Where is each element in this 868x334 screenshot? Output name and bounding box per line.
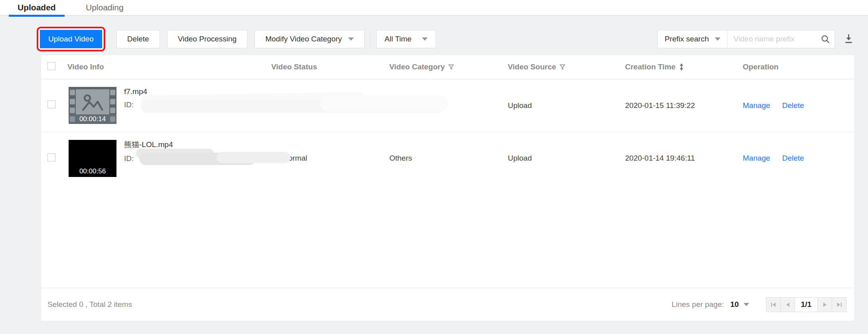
search-button[interactable] (816, 30, 834, 48)
video-name: 熊猫-LOL.mp4 (124, 139, 173, 150)
status-text: Normal (283, 101, 307, 110)
export-download-button[interactable] (842, 30, 855, 48)
row-select-checkbox[interactable] (47, 153, 55, 161)
time-filter-dropdown[interactable]: All Time (376, 30, 436, 48)
col-creation-time: Creation Time (625, 63, 743, 71)
page-indicator: 1/1 (795, 297, 818, 312)
chevron-down-icon (348, 37, 354, 41)
manage-link[interactable]: Manage (743, 154, 770, 163)
duration-badge: 00:00:14 (79, 115, 106, 123)
last-page-icon (836, 302, 842, 307)
video-id-label: ID: (124, 154, 173, 163)
delete-link[interactable]: Delete (782, 154, 804, 163)
col-video-info: Video Info (67, 63, 271, 71)
creation-time-cell: 2020-01-14 19:46:11 (625, 154, 743, 163)
video-processing-button[interactable]: Video Processing (167, 30, 248, 48)
lines-per-page-value: 10 (730, 300, 739, 309)
table-header: Video Info Video Status Video Category V… (41, 55, 854, 79)
video-table-panel: Video Info Video Status Video Category V… (41, 55, 855, 321)
chevron-down-icon (715, 37, 720, 41)
magnifier-icon (821, 35, 830, 44)
delete-button[interactable]: Delete (116, 30, 160, 48)
search-input[interactable] (728, 30, 816, 48)
toolbar-right: Prefix search (657, 30, 855, 48)
first-page-button[interactable] (766, 297, 781, 312)
search-scope-dropdown[interactable]: Prefix search (658, 30, 728, 48)
image-placeholder-icon (81, 93, 104, 111)
toolbar-divider (370, 31, 370, 47)
sort-arrows-icon[interactable] (679, 63, 684, 71)
search-scope-label: Prefix search (665, 35, 709, 43)
col-video-category: Video Category (389, 63, 508, 71)
video-status-cell: Normal (271, 101, 389, 110)
tab-uploaded[interactable]: Uploaded (18, 3, 56, 12)
funnel-filter-icon[interactable] (560, 64, 565, 70)
download-icon (844, 34, 853, 44)
tab-bar: Uploaded Uploading (0, 0, 868, 16)
last-page-button[interactable] (832, 297, 846, 312)
video-info-cell: 00:00:56 熊猫-LOL.mp4 ID: (67, 139, 271, 177)
video-source-cell: Upload (508, 154, 625, 163)
table-row: 00:00:56 熊猫-LOL.mp4 ID: Normal Others Up… (41, 132, 854, 185)
tab-uploading[interactable]: Uploading (86, 3, 124, 12)
col-video-source: Video Source (508, 63, 625, 71)
check-circle-icon (271, 154, 279, 162)
table-footer: Selected 0 , Total 2 items Lines per pag… (41, 288, 854, 321)
video-category-cell: Others (389, 101, 508, 110)
video-name: f7.mp4 (124, 87, 147, 96)
active-tab-indicator (9, 15, 65, 17)
modify-video-category-label: Modify Video Category (265, 35, 342, 43)
video-thumbnail: 00:00:56 (69, 140, 116, 177)
chevron-down-icon (422, 37, 428, 41)
row-select-checkbox[interactable] (47, 100, 55, 108)
next-page-icon (823, 302, 827, 307)
delete-link[interactable]: Delete (782, 101, 804, 110)
col-operation: Operation (743, 63, 854, 71)
video-id-label: ID: (124, 100, 147, 109)
chevron-down-icon (744, 303, 749, 306)
first-page-icon (771, 302, 776, 307)
funnel-filter-icon[interactable] (448, 64, 454, 70)
col-video-status: Video Status (271, 63, 389, 71)
video-category-cell: Others (389, 154, 508, 163)
prev-page-icon (786, 302, 790, 307)
lines-per-page-label: Lines per page: (672, 300, 724, 309)
table-row: 00:00:14 f7.mp4 ID: Normal Others Upload… (41, 79, 854, 132)
film-strip-image-icon: 00:00:14 (69, 87, 116, 124)
status-text: Normal (283, 154, 307, 163)
video-source-cell: Upload (508, 101, 625, 110)
select-all-checkbox[interactable] (47, 62, 55, 70)
toolbar: Upload Video Delete Video Processing Mod… (37, 27, 855, 51)
prev-page-button[interactable] (780, 297, 795, 312)
video-status-cell: Normal (271, 154, 389, 163)
time-filter-label: All Time (385, 35, 412, 43)
duration-badge: 00:00:56 (69, 167, 116, 175)
pagination: 1/1 (766, 297, 846, 312)
upload-video-button[interactable]: Upload Video (40, 30, 102, 48)
manage-link[interactable]: Manage (743, 101, 770, 110)
next-page-button[interactable] (817, 297, 832, 312)
video-info-cell: 00:00:14 f7.mp4 ID: (67, 87, 271, 124)
modify-video-category-dropdown[interactable]: Modify Video Category (254, 30, 365, 48)
lines-per-page-dropdown[interactable]: 10 (730, 300, 749, 309)
operation-cell: Manage Delete (743, 154, 854, 163)
annotation-highlight-ring: Upload Video (37, 27, 105, 51)
search-control: Prefix search (657, 30, 835, 48)
selection-summary: Selected 0 , Total 2 items (47, 300, 132, 309)
operation-cell: Manage Delete (743, 101, 854, 110)
creation-time-cell: 2020-01-15 11:39:22 (625, 101, 743, 110)
check-circle-icon (271, 102, 279, 110)
